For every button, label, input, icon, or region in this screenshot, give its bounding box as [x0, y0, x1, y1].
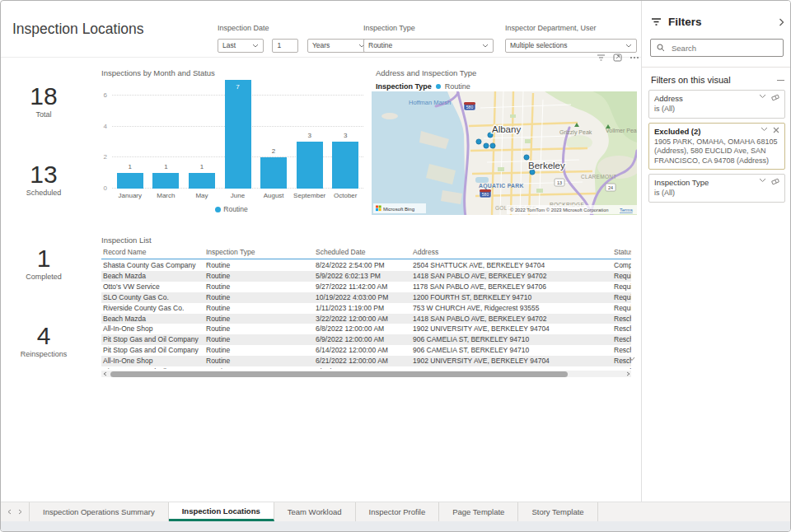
scrollbar-track[interactable] [108, 371, 625, 377]
table-horizontal-scrollbar[interactable] [101, 371, 631, 377]
column-header-inspection-type[interactable]: Inspection Type [204, 246, 314, 258]
filter-card-condition: is (All) [654, 105, 779, 114]
filter-search-box[interactable] [650, 39, 784, 57]
table-cell: All-In-One Shop [101, 324, 204, 334]
table-cell: 1418 SAN PABLO AVE, BERKELEY 94702 [411, 271, 612, 282]
bar-october[interactable]: 3 [332, 142, 358, 189]
inspection-type-value: Routine [368, 41, 392, 49]
tabs-next-icon[interactable] [18, 509, 22, 515]
table-cell: 6/21/2022 12:00:00 AM [314, 356, 411, 366]
table-row[interactable]: Otto's VW ServiceRoutine9/27/2022 11:42:… [101, 282, 631, 292]
close-icon[interactable] [773, 127, 779, 133]
map-legend-dot-icon [436, 84, 441, 89]
table-row[interactable]: All-In-One ShopRoutine6/21/2022 12:00:00… [101, 356, 631, 366]
chevron-down-icon[interactable] [761, 127, 768, 132]
y-tick-label: 4 [104, 123, 107, 130]
scrollbar-thumb[interactable] [110, 371, 568, 377]
eraser-icon[interactable] [771, 178, 779, 185]
scroll-right-icon[interactable] [625, 371, 631, 377]
bing-logo: Microsoft Bing [373, 203, 426, 213]
window-bottom-strip [1, 521, 791, 532]
tab-inspection-locations[interactable]: Inspection Locations [169, 502, 274, 521]
filters-section-title: Filters on this visual [651, 75, 777, 85]
legend-dot-icon [215, 207, 221, 212]
table-row[interactable]: Pit Stop Gas and Oil CompanyRoutine6/9/2… [101, 334, 631, 345]
table-row[interactable]: Shasta County Gas CompanyRoutine8/24/202… [101, 260, 631, 271]
tab-story-template[interactable]: Story Template [518, 502, 597, 521]
date-unit-dropdown[interactable]: Years [307, 39, 370, 53]
filter-card-address[interactable]: Addressis (All) [648, 90, 785, 119]
table-row[interactable]: SLO County Gas Co.Routine10/19/2022 4:03… [101, 292, 631, 303]
table-row[interactable]: Pit Stop Gas and Oil CompanyRoutine6/14/… [101, 345, 631, 356]
kpi-total: 18Total [2, 83, 85, 119]
tab-inspection-operations-summary[interactable]: Inspection Operations Summary [30, 502, 169, 521]
kpi-value: 18 [2, 83, 85, 110]
table-row[interactable]: Beach MazdaRoutine5/9/2022 6:02:13 PM141… [101, 271, 631, 282]
eraser-icon[interactable] [771, 94, 779, 101]
slicer-inspection-type: Inspection Type Routine [363, 24, 498, 53]
collapse-pane-icon[interactable] [779, 18, 784, 26]
date-value: 1 [277, 41, 281, 49]
column-header-scheduled-date[interactable]: Scheduled Date [314, 246, 411, 258]
bar-september[interactable]: 3 [297, 142, 323, 189]
search-input[interactable] [670, 43, 777, 54]
focus-mode-icon[interactable] [613, 54, 622, 62]
column-header-status[interactable]: Status [612, 246, 631, 258]
chevron-down-icon[interactable] [759, 94, 766, 99]
table-cell: Resche [612, 366, 631, 369]
filter-card-inspection-type[interactable]: Inspection Typeis (All) [648, 174, 785, 203]
map-visual: Address and Inspection Type Inspection T… [372, 65, 637, 217]
table-cell: Routine [204, 292, 314, 303]
table-cell: Shasta County Gas Company [101, 260, 204, 271]
scroll-left-icon[interactable] [101, 371, 108, 377]
inspector-department-dropdown[interactable]: Multiple selections [505, 39, 637, 53]
bar-may[interactable]: 1 [189, 173, 215, 189]
table-cell: All-In-One Shop [101, 356, 204, 366]
bar-june[interactable]: 7 [225, 80, 251, 189]
table-cell: 5/9/2022 6:02:13 PM [314, 271, 411, 282]
table-cell: 3/22/2022 12:00:00 AM [314, 314, 411, 324]
route-24-shield: 24 [606, 184, 615, 191]
table-row[interactable]: Beach MazdaRoutine3/22/2022 12:00:00 AM1… [101, 314, 631, 324]
kpi-completed: 1Completed [2, 245, 85, 281]
more-options-icon[interactable] [630, 54, 639, 62]
bar-august[interactable]: 2 [260, 157, 287, 189]
filter-card-excluded-2[interactable]: Excluded (2)1905 PARK, OMAHA, OMAHA 6810… [648, 123, 785, 170]
bing-map[interactable]: 580 580 13 24 Hoffman Marsh Albany Berke… [372, 91, 637, 215]
bar-january[interactable]: 1 [117, 173, 143, 189]
table-cell: 1902 UNIVERSITY AVE, BERKELEY 94704 [411, 356, 612, 366]
y-tick-label: 6 [104, 91, 107, 99]
filters-applied-icon[interactable] [597, 54, 606, 62]
bar-data-label: 3 [307, 132, 311, 139]
page-tab-bar: Inspection Operations SummaryInspection … [1, 502, 791, 521]
bar-data-label: 3 [344, 132, 347, 139]
svg-text:Microsoft Bing: Microsoft Bing [383, 207, 414, 212]
date-operator-dropdown[interactable]: Last [218, 39, 264, 53]
map-terms-link[interactable]: Terms [620, 208, 633, 212]
svg-text:580: 580 [482, 192, 489, 197]
bar-march[interactable]: 1 [152, 173, 179, 189]
y-tick-label: 2 [104, 153, 107, 161]
bar-slot: 1 [148, 80, 185, 189]
table-row[interactable]: Pit Stop Gas and Oil CompanyRoutine6/22/… [101, 366, 631, 369]
column-header-address[interactable]: Address [411, 246, 612, 258]
table-cell: Beach Mazda [101, 271, 204, 282]
inspection-type-dropdown[interactable]: Routine [363, 39, 494, 53]
table-scroll-down-icon[interactable] [629, 357, 635, 362]
chevron-down-icon[interactable] [759, 178, 766, 183]
column-header-record-name[interactable]: Record Name [101, 246, 204, 258]
collapse-section-icon[interactable] [777, 79, 784, 82]
tab-team-workload[interactable]: Team Workload [274, 502, 356, 521]
date-value-input[interactable]: 1 [272, 39, 298, 53]
kpi-value: 1 [2, 245, 85, 272]
chart-title: Inspections by Month and Status [101, 68, 215, 77]
table-row[interactable]: Riverside County Gas Co.Routine1/11/2023… [101, 303, 631, 314]
table-cell: 1902 UNIVERSITY AVE, BERKELEY 94704 [411, 324, 612, 334]
bar-chart-visual: Inspections by Month and Status 0246 111… [96, 65, 367, 222]
tabs-prev-icon[interactable] [7, 509, 12, 515]
table-cell: 9/27/2022 11:42:00 AM [314, 282, 411, 292]
tab-inspector-profile[interactable]: Inspector Profile [356, 502, 440, 521]
table-row[interactable]: All-In-One ShopRoutine6/8/2022 12:00:00 … [101, 324, 631, 334]
tab-page-template[interactable]: Page Template [439, 502, 518, 521]
kpi-label: Total [2, 110, 85, 119]
